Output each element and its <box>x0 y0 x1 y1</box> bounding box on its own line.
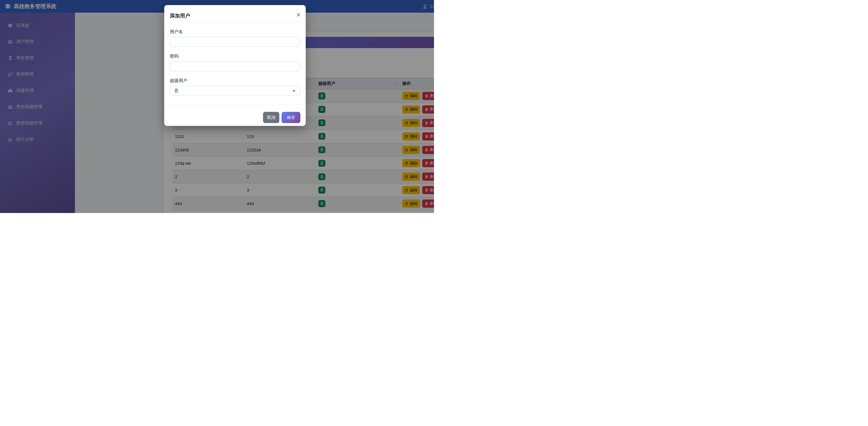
password-label: 密码 <box>170 53 179 59</box>
modal-header-divider <box>164 22 306 23</box>
app-root: 高校教务管理系统 123 仪表盘用户管理学生管理教师管理班级管理学生班级管理教师… <box>0 0 434 213</box>
superuser-select-value: 否 <box>174 88 178 93</box>
modal-title: 添加用户 <box>170 12 190 19</box>
password-field[interactable] <box>170 61 300 72</box>
cancel-button[interactable]: 取消 <box>263 112 279 123</box>
superuser-label: 超级用户 <box>170 78 187 84</box>
modal-footer-divider <box>164 104 306 105</box>
username-label: 用户名 <box>170 29 183 35</box>
username-field[interactable] <box>170 37 300 47</box>
chevron-down-icon <box>292 89 296 92</box>
close-icon[interactable]: × <box>296 11 301 19</box>
superuser-select[interactable]: 否 <box>170 86 300 96</box>
add-user-modal: 添加用户 × 用户名 密码 超级用户 否 取消 保存 <box>164 5 306 126</box>
save-button[interactable]: 保存 <box>282 112 300 123</box>
